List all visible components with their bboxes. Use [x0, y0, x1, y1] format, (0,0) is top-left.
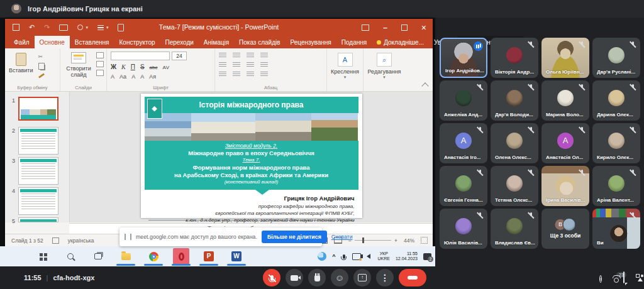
tab-design[interactable]: Конструктор — [114, 36, 160, 48]
file-explorer-button[interactable] — [118, 248, 134, 264]
participant-tile[interactable]: А Анастасія Іго... — [440, 123, 487, 163]
strikethrough-button[interactable]: abc — [150, 65, 158, 70]
clear-formatting-button[interactable]: Ая — [149, 74, 156, 80]
reset-icon[interactable] — [96, 61, 104, 67]
mic-toggle-button[interactable] — [263, 269, 280, 286]
participant-tile[interactable]: Дар'я Руслані... — [592, 38, 640, 78]
numbering-icon[interactable] — [233, 53, 240, 58]
bold-button[interactable]: Ж — [111, 63, 116, 70]
zoom-handle[interactable] — [362, 237, 364, 243]
participant-tile[interactable]: Владислав Єв... — [491, 209, 538, 249]
end-call-button[interactable] — [399, 269, 426, 286]
participant-tile[interactable]: Ольга Юріївн... — [541, 38, 589, 78]
participant-tile[interactable]: Аріна Валент... — [592, 166, 640, 206]
clock[interactable]: 11:5512.04.2023 — [396, 251, 418, 261]
character-spacing-button[interactable]: АV — [162, 65, 169, 70]
thumbnail-row[interactable]: 4 — [9, 187, 58, 215]
participant-tile[interactable]: Дарина Олек... — [592, 80, 640, 121]
slide-thumbnail-panel[interactable]: 1 2 3 4 — [5, 92, 70, 222]
slide-thumbnail[interactable] — [18, 127, 58, 155]
align-text-icon[interactable] — [260, 62, 268, 67]
chat-button[interactable] — [623, 272, 625, 283]
participant-tile[interactable]: Вікторія Андр... — [491, 38, 538, 78]
copy-icon[interactable] — [38, 63, 45, 70]
restore-button[interactable] — [401, 25, 408, 31]
change-case-button[interactable]: Аа — [119, 74, 126, 80]
fit-to-window-icon[interactable] — [421, 237, 428, 244]
text-direction-icon[interactable] — [260, 53, 268, 58]
tray-chevron-icon[interactable]: ^ — [332, 253, 335, 259]
section-icon[interactable] — [96, 70, 104, 76]
notification-center-icon[interactable]: 2 — [423, 253, 431, 260]
tab-animations[interactable]: Анімація — [199, 36, 234, 48]
hide-link[interactable]: Сховати — [331, 234, 353, 240]
justify-icon[interactable] — [260, 72, 268, 77]
cut-icon[interactable]: ✂ — [38, 53, 45, 60]
collapse-ribbon-icon[interactable] — [421, 82, 428, 89]
zoom-in-button[interactable]: + — [394, 237, 397, 244]
increase-indent-icon[interactable] — [233, 62, 240, 67]
participant-tile[interactable]: Юлія Василів... — [440, 209, 487, 249]
weather-icon[interactable] — [318, 252, 326, 261]
format-painter-icon[interactable] — [38, 73, 45, 78]
meeting-details-button[interactable]: i — [599, 272, 602, 283]
tray-mic-icon[interactable] — [343, 254, 345, 259]
self-view-tile[interactable]: Ви — [592, 209, 640, 249]
shadow-button[interactable]: S — [140, 63, 145, 70]
participant-tile[interactable]: Анжеліка Анд... — [440, 80, 487, 121]
tab-home[interactable]: Основне — [35, 36, 70, 48]
new-slide-button[interactable]: Створити слайд — [64, 52, 93, 78]
tablet-icon[interactable] — [352, 253, 361, 260]
participant-tile[interactable]: Ігор Андрійов... — [440, 38, 487, 78]
tab-file[interactable]: Файл — [9, 36, 35, 48]
participant-tile[interactable]: Ірина Василів... — [541, 166, 589, 206]
more-people-tile[interactable]: В Ще 3 особи — [541, 209, 589, 249]
slide-canvas[interactable]: ◆ Історія міжнародного права Змістовий м… — [70, 92, 433, 222]
ribbon-options-icon[interactable] — [362, 25, 369, 31]
participant-tile[interactable]: Олена Олекс... — [491, 123, 538, 163]
tab-tell-me[interactable]: Докладніше... — [372, 36, 429, 48]
participant-tile[interactable]: Євгенія Генна... — [440, 166, 487, 206]
align-left-icon[interactable] — [219, 72, 226, 77]
drawing-button[interactable]: A Креслення ▾ — [331, 52, 359, 80]
shrink-font-button[interactable]: А — [140, 74, 144, 80]
tab-insert[interactable]: Вставлення — [70, 36, 114, 48]
participant-tile[interactable]: Марина Воло... — [541, 80, 589, 121]
columns-icon[interactable] — [247, 62, 254, 67]
line-spacing-icon[interactable] — [247, 53, 254, 58]
thumbnail-row[interactable]: 2 — [9, 127, 58, 155]
editing-button[interactable]: ⌕ Редагування ▾ — [367, 52, 401, 80]
grow-font-button[interactable]: А — [131, 74, 135, 80]
thumbnail-row[interactable]: 3 — [9, 157, 58, 185]
language-switcher[interactable]: УКРUKRE — [378, 251, 390, 261]
font-size-input[interactable]: 24 — [172, 52, 187, 60]
underline-button[interactable]: П — [131, 63, 135, 70]
present-button[interactable]: ↑ — [353, 269, 371, 286]
taskbar-search-button[interactable] — [62, 248, 79, 264]
font-color-button[interactable]: А — [111, 74, 114, 80]
slide-thumbnail[interactable] — [18, 157, 58, 185]
participant-tile[interactable]: Тетяна Олекс... — [491, 166, 538, 206]
font-name-input[interactable] — [111, 52, 170, 60]
align-center-icon[interactable] — [233, 72, 240, 77]
language-indicator[interactable]: українська — [68, 237, 94, 244]
tab-review[interactable]: Рецензування — [286, 36, 336, 48]
tab-transitions[interactable]: Переходи — [160, 36, 199, 48]
start-button[interactable] — [35, 248, 51, 264]
decrease-indent-icon[interactable] — [219, 62, 226, 67]
tab-slideshow[interactable]: Показ слайдів — [234, 36, 286, 48]
bullets-icon[interactable] — [219, 53, 226, 58]
participant-tile[interactable]: А Анастасія Ол... — [541, 123, 589, 163]
raise-hand-button[interactable] — [308, 269, 326, 286]
speaker-icon[interactable] — [367, 254, 370, 259]
reactions-button[interactable] — [331, 269, 348, 286]
task-view-button[interactable] — [90, 248, 106, 264]
tab-view[interactable]: Подання — [336, 36, 372, 48]
chrome-button[interactable] — [145, 248, 162, 264]
close-button[interactable] — [421, 23, 426, 33]
thumbnail-row[interactable]: 5 — [9, 217, 58, 224]
screenshare-region[interactable]: ▾ ▾ Тема-7 [Режим сумісності] - PowerPoi… — [0, 18, 435, 266]
zoom-track[interactable] — [355, 240, 391, 241]
layout-icon[interactable] — [96, 52, 104, 58]
paste-button[interactable]: Вставити — [9, 52, 33, 77]
